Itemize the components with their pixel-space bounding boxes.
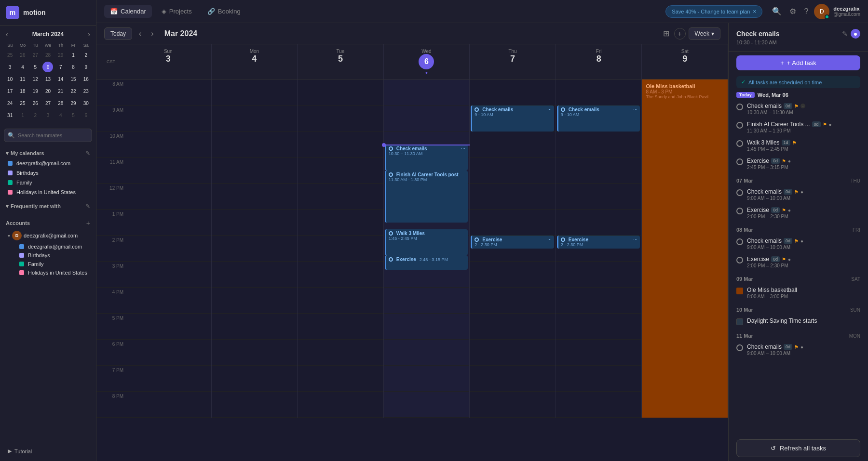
cal-cell[interactable] <box>212 132 298 158</box>
mini-cal-day[interactable]: 26 <box>30 98 41 108</box>
event-options-button[interactable]: ⋯ <box>633 107 637 112</box>
mini-cal-day[interactable]: 4 <box>55 110 66 120</box>
cal-header-sat[interactable]: Sat 9 . <box>642 44 728 79</box>
edit-my-calendars-button[interactable]: ✎ <box>85 150 90 157</box>
help-button[interactable]: ? <box>802 5 810 18</box>
task-status-button[interactable]: ● <box>851 29 860 39</box>
event-options-button[interactable]: ⋯ <box>547 107 552 112</box>
cal-cell[interactable] <box>298 132 383 158</box>
mini-cal-day[interactable]: 28 <box>55 98 66 108</box>
cal-cell[interactable] <box>125 392 211 418</box>
cal-cell[interactable] <box>125 366 211 392</box>
cal-next-button[interactable]: › <box>148 27 156 40</box>
today-button[interactable]: Today <box>104 27 132 40</box>
cal-cell[interactable] <box>298 184 383 210</box>
calendar-item-gmail[interactable]: deezgrafix@gmail.com <box>4 158 92 168</box>
task-item[interactable]: Check emails 0d ⚑ ● 9:00 AM – 10:00 AM <box>732 341 864 359</box>
cal-cell[interactable] <box>125 314 211 340</box>
thu-exercise-event[interactable]: Exercise ⋯ 2 - 2:30 PM <box>471 236 554 249</box>
week-selector[interactable]: Week ▾ <box>689 27 720 40</box>
cal-cell[interactable] <box>556 184 642 210</box>
cal-cell[interactable] <box>212 288 298 314</box>
cal-cell[interactable] <box>298 236 383 262</box>
cal-cell[interactable] <box>470 210 556 236</box>
promo-close-button[interactable]: × <box>753 8 756 15</box>
cal-cell[interactable] <box>556 392 642 418</box>
fri-check-emails-event[interactable]: Check emails ⋯ 9 - 10 AM <box>557 105 640 132</box>
mini-cal-day[interactable]: 3 <box>5 62 15 72</box>
mini-cal-day[interactable]: 30 <box>81 98 91 108</box>
mini-cal-day[interactable]: 2 <box>30 110 41 120</box>
cal-cell[interactable] <box>470 288 556 314</box>
cal-cell[interactable] <box>298 79 383 105</box>
cal-cell[interactable] <box>470 366 556 392</box>
cal-header-wed[interactable]: Wed 6 ● <box>384 44 470 79</box>
cal-cell[interactable] <box>470 79 556 105</box>
mini-cal-day[interactable]: 22 <box>68 86 79 96</box>
wed-finish-ai-event[interactable]: Finish AI Career Tools post 11:30 AM - 1… <box>385 171 468 223</box>
fri-exercise-event[interactable]: Exercise ⋯ 2 - 2:30 PM <box>557 236 640 249</box>
cal-grid-wrap[interactable]: CST Sun 3 . Mon 4 . Tue 5 . <box>96 44 728 461</box>
event-options-button[interactable]: ⋯ <box>547 237 552 242</box>
mini-cal-day[interactable]: 27 <box>42 98 53 108</box>
task-item[interactable]: Exercise 0d ⚑ ● 2:00 PM – 2:30 PM <box>732 204 864 222</box>
mini-cal-day[interactable]: 3 <box>42 110 53 120</box>
cal-cell[interactable] <box>556 288 642 314</box>
account-group-header[interactable]: ▾ D deezgrafix@gmail.com <box>4 229 92 242</box>
mini-cal-day[interactable]: 5 <box>30 62 41 72</box>
cal-cell[interactable] <box>212 262 298 288</box>
cal-cell[interactable] <box>212 184 298 210</box>
cal-cell[interactable] <box>298 288 383 314</box>
cal-cell[interactable] <box>556 132 642 158</box>
cal-cell[interactable] <box>298 105 383 132</box>
mini-cal-day[interactable]: 12 <box>30 74 41 84</box>
mini-cal-day[interactable]: 1 <box>17 110 28 120</box>
cal-cell[interactable] <box>125 262 211 288</box>
mini-cal-day[interactable]: 7 <box>55 62 66 72</box>
cal-cell[interactable] <box>384 392 470 418</box>
task-item-ole-miss[interactable]: Ole Miss basketball 8:00 AM – 3:00 PM <box>732 284 864 302</box>
mini-cal-day[interactable]: 1 <box>68 50 79 60</box>
cal-cell[interactable] <box>125 340 211 366</box>
mini-cal-day[interactable]: 15 <box>68 74 79 84</box>
mini-cal-day[interactable]: 29 <box>68 98 79 108</box>
mini-cal-day[interactable]: 27 <box>30 50 41 60</box>
mini-cal-prev[interactable]: ‹ <box>4 29 10 39</box>
cal-header-mon[interactable]: Mon 4 . <box>212 44 298 79</box>
cal-cell[interactable] <box>470 314 556 340</box>
mini-cal-day[interactable]: 28 <box>42 50 53 60</box>
cal-header-tue[interactable]: Tue 5 . <box>298 44 384 79</box>
grid-view-button[interactable]: ⊞ <box>661 27 671 40</box>
task-item[interactable]: Check emails 0d ⚑ · 10:30 AM – 11:30 AM <box>732 100 864 118</box>
user-badge[interactable]: D deezgrafix @gmail.com <box>814 4 860 19</box>
search-button[interactable]: 🔍 <box>770 5 784 18</box>
account-item-family[interactable]: Family <box>4 260 92 268</box>
cal-header-fri[interactable]: Fri 8 . <box>556 44 642 79</box>
wed-exercise-event[interactable]: Exercise 2:45 - 3:15 PM <box>385 255 468 270</box>
cal-cell[interactable] <box>470 340 556 366</box>
cal-cell[interactable] <box>125 184 211 210</box>
thu-check-emails-event[interactable]: Check emails ⋯ 9 - 10 AM <box>471 105 554 132</box>
mini-cal-day[interactable]: 9 <box>81 62 91 72</box>
mini-cal-day[interactable]: 14 <box>55 74 66 84</box>
tutorial-button[interactable]: ▶ Tutorial <box>4 445 92 457</box>
task-item[interactable]: Check emails 0d ⚑ ● 9:00 AM – 10:00 AM <box>732 185 864 204</box>
cal-cell[interactable] <box>556 210 642 236</box>
cal-cell[interactable] <box>384 340 470 366</box>
account-item-birthdays[interactable]: Birthdays <box>4 251 92 260</box>
task-item[interactable]: Exercise 0d ⚑ ● 2:45 PM – 3:15 PM <box>732 155 864 173</box>
task-item[interactable]: Exercise 0d ⚑ ● 2:00 PM – 2:30 PM <box>732 253 864 271</box>
mini-cal-next[interactable]: › <box>86 29 92 39</box>
cal-cell[interactable] <box>298 158 383 184</box>
account-item-gmail[interactable]: deezgrafix@gmail.com <box>4 242 92 251</box>
mini-cal-day[interactable]: 10 <box>5 74 15 84</box>
cal-cell[interactable] <box>384 314 470 340</box>
mini-cal-day[interactable]: 13 <box>42 74 53 84</box>
cal-cell[interactable] <box>298 314 383 340</box>
cal-cell[interactable] <box>125 132 211 158</box>
projects-nav-button[interactable]: ◈ Projects <box>156 5 198 18</box>
mini-cal-day[interactable]: 26 <box>17 50 28 60</box>
mini-cal-day[interactable]: 2 <box>81 50 91 60</box>
mini-cal-day[interactable]: 4 <box>17 62 28 72</box>
refresh-all-tasks-button[interactable]: ↺ Refresh all tasks <box>736 439 860 457</box>
